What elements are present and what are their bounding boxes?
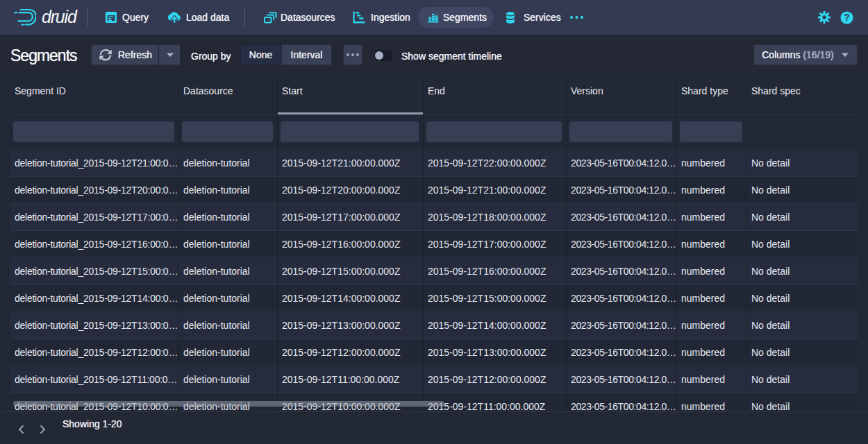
svg-text:?: ?	[844, 12, 849, 23]
